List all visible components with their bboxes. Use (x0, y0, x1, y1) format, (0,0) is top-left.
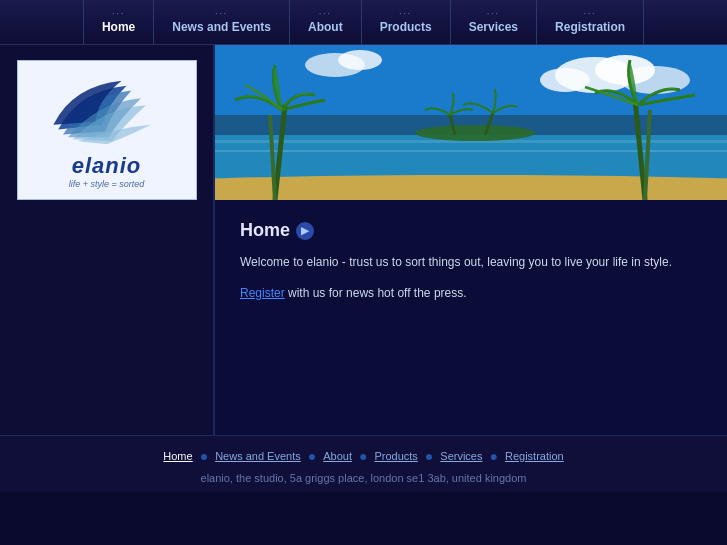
register-link[interactable]: Register (240, 286, 285, 300)
footer-link-products[interactable]: Products (372, 450, 419, 462)
content-title: Home ▶ (240, 220, 702, 241)
nav-about[interactable]: ··· About (290, 0, 362, 45)
content-section: Home ▶ Welcome to elanio - trust us to s… (215, 200, 727, 435)
footer-dot-3: ● (359, 448, 367, 464)
nav-dots: ··· (112, 10, 125, 18)
left-column: elanio life + style = sorted (0, 45, 215, 435)
banner-image (215, 45, 727, 200)
svg-point-16 (415, 125, 535, 141)
svg-point-6 (540, 68, 590, 92)
footer-link-news[interactable]: News and Events (213, 450, 303, 462)
nav-dots: ··· (319, 10, 332, 18)
nav-dots: ··· (487, 10, 500, 18)
nav-products[interactable]: ··· Products (362, 0, 451, 45)
logo-text: elanio (72, 153, 142, 179)
logo-image (47, 71, 167, 149)
footer-link-services[interactable]: Services (438, 450, 484, 462)
navbar: ··· Home ··· News and Events ··· About ·… (0, 0, 727, 45)
footer-dot-2: ● (308, 448, 316, 464)
footer-dot-1: ● (200, 448, 208, 464)
footer-link-about[interactable]: About (321, 450, 354, 462)
nav-products-label: Products (380, 20, 432, 34)
svg-point-9 (338, 50, 382, 70)
logo-tagline: life + style = sorted (69, 179, 145, 189)
svg-point-3 (215, 175, 727, 200)
next-arrow-icon[interactable]: ▶ (296, 222, 314, 240)
footer-link-home[interactable]: Home (161, 450, 194, 462)
content-body2-text: with us for news hot off the press. (285, 286, 467, 300)
nav-dots: ··· (215, 10, 228, 18)
footer-address: elanio, the studio, 5a griggs place, lon… (0, 472, 727, 484)
nav-home[interactable]: ··· Home (83, 0, 154, 45)
nav-registration-label: Registration (555, 20, 625, 34)
nav-home-label: Home (102, 20, 135, 34)
nav-services[interactable]: ··· Services (451, 0, 537, 45)
nav-dots: ··· (584, 10, 597, 18)
home-heading: Home (240, 220, 290, 241)
nav-registration[interactable]: ··· Registration (537, 0, 644, 45)
nav-services-label: Services (469, 20, 518, 34)
footer: Home ● News and Events ● About ● Product… (0, 435, 727, 492)
content-body1: Welcome to elanio - trust us to sort thi… (240, 253, 702, 272)
nav-news-label: News and Events (172, 20, 271, 34)
footer-dot-4: ● (425, 448, 433, 464)
nav-news[interactable]: ··· News and Events (154, 0, 290, 45)
logo-box: elanio life + style = sorted (17, 60, 197, 200)
footer-nav: Home ● News and Events ● About ● Product… (0, 448, 727, 464)
content-body2: Register with us for news hot off the pr… (240, 284, 702, 303)
right-column: Home ▶ Welcome to elanio - trust us to s… (215, 45, 727, 435)
nav-dots: ··· (399, 10, 412, 18)
main-area: elanio life + style = sorted (0, 45, 727, 435)
nav-about-label: About (308, 20, 343, 34)
footer-link-registration[interactable]: Registration (503, 450, 566, 462)
svg-rect-11 (215, 150, 727, 152)
footer-dot-5: ● (490, 448, 498, 464)
